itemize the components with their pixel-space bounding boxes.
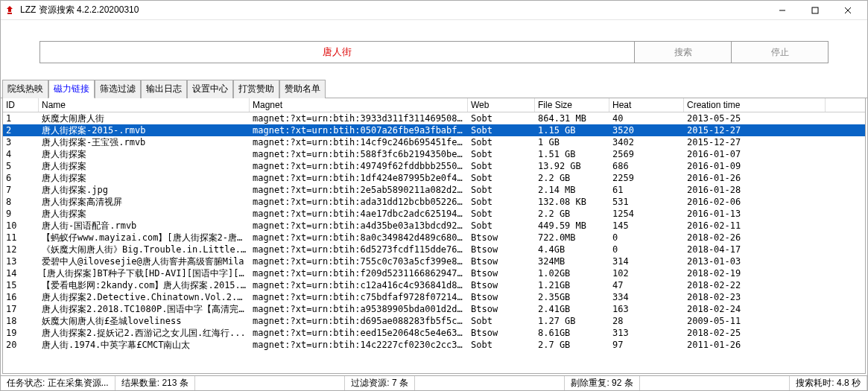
search-button[interactable]: 搜索 [635,41,732,63]
table-row[interactable]: 11【蚂蚁仔www.mayizai.com】[唐人街探案2-唐...magnet… [3,232,865,244]
grid-header: ID Name Magnet Web File Size Heat Creati… [3,98,865,112]
table-row[interactable]: 5唐人街探案magnet:?xt=urn:btih:49749f62fddbbb… [3,160,865,172]
tab-0[interactable]: 院线热映 [2,80,48,98]
table-row[interactable]: 16唐人街探案2.Detective.Chinatown.Vol.2.201..… [3,291,865,303]
tab-2[interactable]: 筛选过滤 [95,80,141,98]
table-row[interactable]: 20唐人街.1974.中英字幕£CMCT南山太magnet:?xt=urn:bt… [3,339,865,351]
title-bar: LZZ 资源搜索 4.2.2.20200310 [1,1,867,20]
svg-rect-2 [812,7,818,13]
col-web[interactable]: Web [468,98,535,112]
table-row[interactable]: 13爱碧中人@ilovesejie@唐人街窨井高级窨腑Milamagnet:?x… [3,255,865,267]
svg-rect-0 [7,13,12,14]
tab-5[interactable]: 打赏赞助 [233,80,279,98]
app-icon [4,4,16,16]
tab-3[interactable]: 输出日志 [141,80,187,98]
search-input[interactable] [39,41,635,63]
maximize-button[interactable] [799,1,831,20]
search-bar: 搜索 停止 [1,20,867,78]
table-row[interactable]: 18妖魔大闹唐人街£圣城lovelinessmagnet:?xt=urn:bti… [3,315,865,327]
table-row[interactable]: 14[唐人街探案]BT种子下载[HD-AVI][国语中字][...magnet:… [3,267,865,279]
table-row[interactable]: 8唐人街探案高清视屏magnet:?xt=urn:btih:ada31dd12b… [3,196,865,208]
app-window: LZZ 资源搜索 4.2.2.20200310 搜索 停止 院线热映磁力链接筛选… [0,0,868,391]
status-filtered: 过滤资源: 7 条 [345,376,415,390]
tab-bar: 院线热映磁力链接筛选过滤输出日志设置中心打赏赞助赞助名单 [1,79,867,98]
col-id[interactable]: ID [3,98,39,112]
table-row[interactable]: 7唐人街探案.jpgmagnet:?xt=urn:btih:2e5ab58902… [3,184,865,196]
table-row[interactable]: 2唐人街探案-2015-.rmvbmagnet:?xt=urn:btih:050… [3,124,865,136]
window-title: LZZ 资源搜索 4.2.2.20200310 [20,4,766,16]
stop-button[interactable]: 停止 [732,41,829,63]
table-row[interactable]: 9唐人街探案magnet:?xt=urn:btih:4ae17dbc2adc62… [3,208,865,220]
table-row[interactable]: 15【爱看电影网:2kandy.com】唐人街探案.2015...magnet:… [3,279,865,291]
status-bar: 任务状态: 正在采集资源... 结果数量: 213 条 过滤资源: 7 条 剔除… [1,375,867,390]
col-creation[interactable]: Creation time [684,98,826,112]
tab-4[interactable]: 设置中心 [187,80,233,98]
tab-1[interactable]: 磁力链接 [48,80,95,98]
grid-body[interactable]: 1妖魔大闹唐人街magnet:?xt=urn:btih:3933d311f311… [3,112,865,373]
close-button[interactable] [831,1,864,20]
table-row[interactable]: 4唐人街探案magnet:?xt=urn:btih:588f3fc6b21943… [3,148,865,160]
status-dup: 剔除重复: 92 条 [565,376,639,390]
status-task: 任务状态: 正在采集资源... [1,376,115,390]
status-results: 结果数量: 213 条 [115,376,195,390]
col-name[interactable]: Name [39,98,250,112]
table-row[interactable]: 10唐人街-国语配音.rmvbmagnet:?xt=urn:btih:a4d35… [3,220,865,232]
table-row[interactable]: 19唐人街探案2.捉妖记2.西游记之女儿国.红海行...magnet:?xt=u… [3,327,865,339]
status-time: 搜索耗时: 4.8 秒 [790,376,867,390]
table-row[interactable]: 17唐人街探案2.2018.TC1080P.国语中字【高清完...magnet:… [3,303,865,315]
tab-6[interactable]: 赞助名单 [279,80,326,98]
results-grid: ID Name Magnet Web File Size Heat Creati… [2,98,866,374]
col-filesize[interactable]: File Size [535,98,609,112]
col-heat[interactable]: Heat [609,98,684,112]
minimize-button[interactable] [766,1,799,20]
table-row[interactable]: 1妖魔大闹唐人街magnet:?xt=urn:btih:3933d311f311… [3,112,865,124]
table-row[interactable]: 6唐人街探案magnet:?xt=urn:btih:1df424e87995b2… [3,172,865,184]
table-row[interactable]: 3唐人街探案-王宝强.rmvbmagnet:?xt=urn:btih:14cf9… [3,136,865,148]
col-magnet[interactable]: Magnet [250,98,468,112]
table-row[interactable]: 12《妖魔大闹唐人街》Big.Trouble.in.Little.C...mag… [3,244,865,255]
